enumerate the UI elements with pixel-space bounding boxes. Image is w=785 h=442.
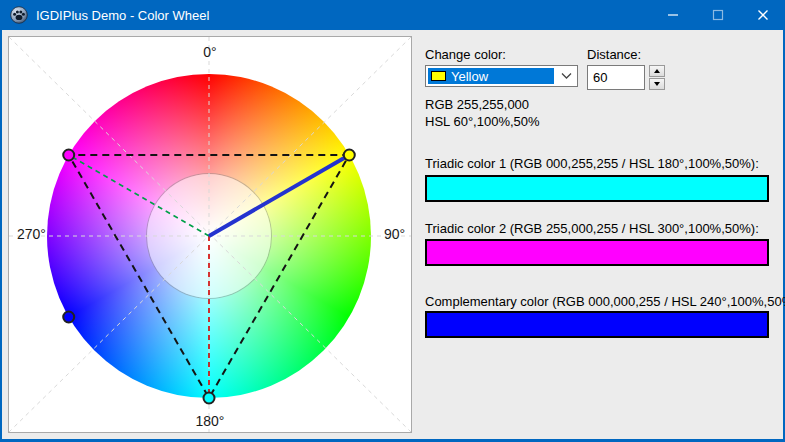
triadic-2-label: Triadic color 2 (RGB 255,000,255 / HSL 3… (425, 221, 759, 236)
guide-line-300 (69, 155, 209, 236)
window-title: IGDIPlus Demo - Color Wheel (36, 8, 209, 23)
minimize-icon (665, 7, 681, 23)
change-color-label: Change color: (425, 47, 506, 62)
axis-label-180: 180° (9, 413, 411, 429)
rgb-readout: RGB 255,255,000 (425, 97, 529, 112)
chevron-down-icon (561, 73, 572, 80)
titlebar[interactable]: IGDIPlus Demo - Color Wheel (0, 0, 785, 30)
paw-icon (10, 6, 28, 24)
distance-value: 60 (593, 70, 607, 85)
axis-label-90: 90° (384, 226, 405, 242)
distance-input[interactable]: 60 (587, 65, 645, 90)
hsl-readout: HSL 60°,100%,50% (425, 114, 540, 129)
complementary-label: Complementary color (RGB 000,000,255 / H… (425, 294, 785, 309)
maximize-button[interactable] (695, 0, 740, 30)
caption-buttons (650, 0, 785, 30)
distance-label: Distance: (587, 47, 641, 62)
maximize-icon (710, 7, 726, 23)
triadic-1-label: Triadic color 1 (RGB 000,255,255 / HSL 1… (425, 156, 759, 171)
arrow-down-icon (654, 82, 660, 86)
triadic-1-swatch (425, 175, 769, 202)
marker-triadic-2 (63, 150, 74, 161)
app-window: IGDIPlus Demo - Color Wheel (0, 0, 785, 442)
close-icon (755, 7, 771, 23)
spin-down-button[interactable] (649, 78, 665, 90)
axis-label-270: 270° (17, 226, 46, 242)
wheel-overlay (9, 37, 411, 432)
marker-triadic-1 (204, 393, 215, 404)
color-combobox[interactable]: Yellow (425, 65, 578, 87)
triadic-2-swatch (425, 239, 769, 266)
complementary-swatch (425, 311, 769, 338)
minimize-button[interactable] (650, 0, 695, 30)
combobox-selection: Yellow (428, 68, 554, 84)
color-wheel-panel[interactable]: 0° 90° 180° 270° (8, 36, 412, 433)
distance-spinner (649, 65, 665, 90)
close-button[interactable] (740, 0, 785, 30)
spin-up-button[interactable] (649, 65, 665, 77)
marker-selected[interactable] (344, 150, 355, 161)
combobox-value: Yellow (451, 69, 488, 84)
client-area: 0° 90° 180° 270° Change color: Yellow Di… (0, 30, 785, 442)
combobox-color-swatch (431, 71, 446, 81)
arrow-up-icon (654, 69, 660, 73)
marker-complementary (63, 312, 74, 323)
axis-label-0: 0° (9, 44, 411, 60)
